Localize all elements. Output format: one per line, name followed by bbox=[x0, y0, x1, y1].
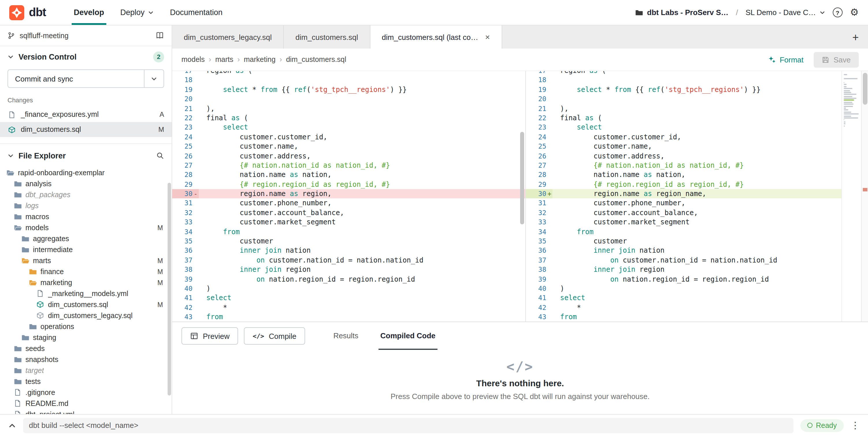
file-tree-item[interactable]: analysis bbox=[0, 178, 172, 189]
scrollbar-thumb[interactable] bbox=[863, 73, 867, 105]
left-pane-scrollbar[interactable] bbox=[520, 71, 525, 321]
editor-tab[interactable]: dim_customers.sql bbox=[284, 25, 370, 49]
file-name: marketing bbox=[40, 279, 72, 287]
file-tree-item[interactable]: aggregates bbox=[0, 233, 172, 244]
diff-pane-original[interactable]: 17region as (1819 select * from {{ ref('… bbox=[172, 71, 526, 321]
code-line: 36 inner join nation bbox=[172, 246, 526, 256]
breadcrumb-item[interactable]: models bbox=[182, 56, 205, 64]
account-switcher[interactable]: dbt Labs - ProServ S… bbox=[635, 8, 728, 17]
editor-tab[interactable]: dim_customers_legacy.sql bbox=[172, 25, 284, 49]
minimap-line bbox=[844, 82, 844, 83]
minimap[interactable] bbox=[841, 71, 861, 321]
help-icon[interactable]: ? bbox=[833, 7, 843, 17]
preview-button[interactable]: Preview bbox=[182, 327, 238, 345]
file-tree-item[interactable]: modelsM bbox=[0, 222, 172, 233]
file-name: logs bbox=[25, 202, 39, 210]
change-row[interactable]: dim_customers.sqlM bbox=[0, 122, 172, 137]
model-icon bbox=[7, 126, 16, 133]
editor-scrollbar[interactable] bbox=[861, 71, 868, 321]
tab-results[interactable]: Results bbox=[332, 322, 360, 350]
format-label: Format bbox=[780, 55, 803, 64]
breadcrumb-item[interactable]: marts bbox=[215, 56, 234, 64]
line-number: 23 bbox=[172, 123, 199, 133]
gear-icon[interactable]: ⚙ bbox=[850, 7, 859, 17]
file-tree-item[interactable]: seeds bbox=[0, 343, 172, 354]
file-tree-item[interactable]: marketingM bbox=[0, 277, 172, 288]
nav-develop[interactable]: Develop bbox=[66, 0, 112, 25]
code-line: 38 inner join region bbox=[526, 265, 842, 274]
file-tree-item[interactable]: intermediate bbox=[0, 244, 172, 255]
file-tree-item[interactable]: rapid-onboarding-exemplar bbox=[0, 167, 172, 178]
file-tree-item[interactable]: macros bbox=[0, 211, 172, 222]
file-tree-item[interactable]: dbt_packages bbox=[0, 189, 172, 200]
file-tree-item[interactable]: dim_customers.sqlM bbox=[0, 299, 172, 310]
nav-deploy[interactable]: Deploy bbox=[112, 0, 162, 25]
code-text: nation.name as nation, bbox=[199, 170, 332, 180]
file-tree-item[interactable]: martsM bbox=[0, 255, 172, 266]
line-number: 31 bbox=[526, 199, 553, 208]
code-text: on nation.region_id = region.region_id bbox=[553, 274, 769, 284]
file-tree-item[interactable]: operations bbox=[0, 321, 172, 332]
command-input[interactable]: dbt build --select <model_name> bbox=[23, 418, 794, 433]
close-icon[interactable]: × bbox=[485, 33, 490, 41]
chevron-up-icon[interactable] bbox=[8, 421, 16, 429]
file-tree-item[interactable]: target bbox=[0, 365, 172, 376]
editor-tab[interactable]: dim_customers.sql (last co…× bbox=[370, 25, 502, 49]
change-row[interactable]: _finance_exposures.ymlA bbox=[0, 107, 172, 122]
diff-pane-modified[interactable]: 17region as (1819 select * from {{ ref('… bbox=[526, 71, 842, 321]
new-tab-button[interactable]: + bbox=[852, 31, 859, 42]
minimap-line bbox=[844, 96, 852, 97]
code-text: customer.market_segment bbox=[553, 218, 690, 227]
file-tree-item[interactable]: dim_customers_legacy.sql bbox=[0, 310, 172, 321]
file-tree-item[interactable]: logs bbox=[0, 200, 172, 211]
commit-options-caret[interactable] bbox=[144, 70, 163, 87]
file-tree-item[interactable]: tests bbox=[0, 376, 172, 387]
empty-state-subtitle: Press Compile above to preview the SQL d… bbox=[391, 392, 650, 401]
sidebar-scrollbar[interactable] bbox=[167, 183, 171, 396]
scrollbar-thumb[interactable] bbox=[520, 132, 524, 224]
code-text: inner join region bbox=[553, 265, 664, 274]
compile-button[interactable]: </> Compile bbox=[244, 327, 305, 345]
file-tree-item[interactable]: snapshots bbox=[0, 354, 172, 365]
breadcrumb-separator: › bbox=[280, 56, 282, 64]
file-tree-item[interactable]: README.md bbox=[0, 398, 172, 409]
docs-book-icon[interactable] bbox=[155, 31, 164, 40]
tab-compiled-code[interactable]: Compiled Code bbox=[378, 322, 437, 350]
file-explorer-header[interactable]: File Explorer bbox=[0, 145, 172, 166]
file-tree-item[interactable]: financeM bbox=[0, 266, 172, 277]
code-icon: </> bbox=[253, 332, 265, 340]
file-tree-item[interactable]: staging bbox=[0, 332, 172, 343]
branch-name: sqlfluff-meeting bbox=[20, 31, 68, 39]
file-tree-item[interactable]: dbt_project.yml bbox=[0, 409, 172, 414]
minimap-line bbox=[844, 108, 846, 109]
modified-badge: M bbox=[157, 268, 163, 275]
code-text: ), bbox=[553, 104, 569, 113]
code-line: 18 bbox=[172, 76, 526, 85]
save-button[interactable]: Save bbox=[814, 52, 859, 67]
format-button[interactable]: Format bbox=[768, 55, 803, 64]
preview-label: Preview bbox=[203, 331, 230, 340]
file-tree-item[interactable]: .gitignore bbox=[0, 387, 172, 398]
search-icon[interactable] bbox=[156, 151, 164, 159]
line-number: 27 bbox=[526, 161, 553, 170]
code-line: 40) bbox=[172, 284, 526, 293]
project-switcher[interactable]: SL Demo - Dave C… bbox=[745, 8, 825, 17]
branch-selector[interactable]: sqlfluff-meeting bbox=[0, 25, 172, 46]
dbt-logo[interactable]: dbt bbox=[9, 0, 46, 25]
code-line: 27 {# nation.nation_id as nation_id, #} bbox=[172, 161, 526, 170]
nav-documentation[interactable]: Documentation bbox=[162, 0, 230, 25]
breadcrumb-item[interactable]: marketing bbox=[244, 56, 276, 64]
version-control-header[interactable]: Version Control 2 bbox=[0, 46, 172, 67]
code-line: 26 customer.address, bbox=[172, 151, 526, 161]
more-menu-icon[interactable]: ⋮ bbox=[851, 420, 860, 431]
line-number: 24 bbox=[172, 132, 199, 142]
minimap-line bbox=[844, 104, 853, 105]
breadcrumb-row: models›marts›marketing›dim_customers.sql… bbox=[172, 49, 868, 70]
line-number: 29 bbox=[172, 179, 199, 189]
breadcrumb-item[interactable]: dim_customers.sql bbox=[286, 56, 346, 64]
code-text: * bbox=[199, 303, 227, 313]
chevron-down-icon bbox=[819, 9, 825, 15]
file-tree-item[interactable]: _marketing__models.yml bbox=[0, 288, 172, 299]
editor-column: dim_customers_legacy.sqldim_customers.sq… bbox=[172, 25, 868, 414]
commit-and-sync-button[interactable]: Commit and sync bbox=[7, 69, 164, 88]
